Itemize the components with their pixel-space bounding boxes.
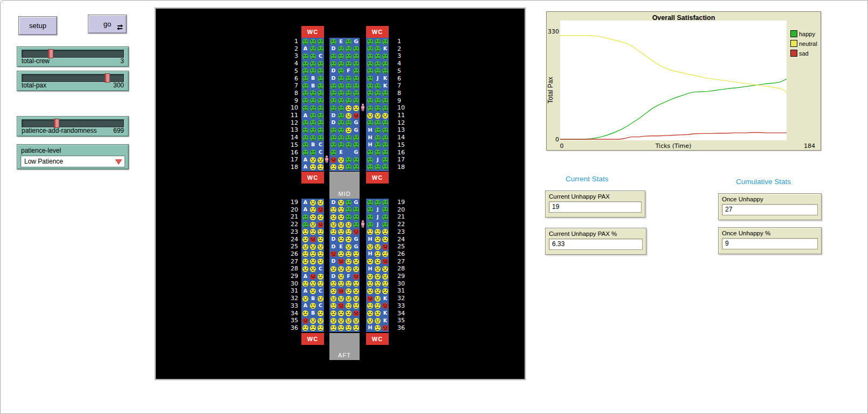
- slider-track[interactable]: [22, 50, 124, 58]
- empty-seat: H: [367, 134, 374, 141]
- empty-seat: B: [309, 310, 316, 317]
- slider-patience-add-randomness[interactable]: patience-add-randomness 699: [17, 116, 129, 137]
- empty-seat: A: [302, 157, 309, 164]
- row-number: 35: [287, 317, 298, 324]
- passenger-happy: [367, 200, 373, 206]
- passenger-happy: [310, 113, 316, 119]
- passenger-happy: [302, 135, 308, 141]
- legend-label: sad: [799, 50, 809, 57]
- passenger-happy: [310, 39, 316, 45]
- passenger-neutral: [382, 113, 388, 119]
- row-number: 28: [287, 265, 298, 272]
- row-number: 13: [287, 126, 298, 133]
- row-number: 22: [397, 221, 408, 228]
- passenger-happy: [382, 39, 388, 45]
- slider-label: total-crew: [22, 57, 50, 65]
- monitor-once-unhappy: Once Unhappy 27: [718, 193, 822, 220]
- empty-seat: H: [367, 266, 374, 273]
- row-number: 3: [397, 52, 408, 59]
- passenger-sad: [310, 236, 316, 242]
- passenger-sad: [353, 310, 359, 316]
- wc-lavatory: WC: [301, 333, 324, 345]
- passenger-happy: [302, 105, 308, 111]
- passenger-neutral: [346, 296, 352, 302]
- slider-total-crew[interactable]: total-crew 3: [17, 46, 129, 67]
- passenger-happy: [302, 76, 308, 82]
- row-number: 13: [397, 126, 408, 133]
- passenger-neutral: [346, 113, 352, 119]
- passenger-happy: [367, 214, 373, 220]
- empty-seat: K: [382, 83, 389, 90]
- passenger-happy: [346, 83, 352, 89]
- world-view[interactable]: WCWCWCWCWCWCMIDAFT11EG22ADK33C4455DF66BD…: [155, 8, 526, 380]
- row-number: 30: [287, 280, 298, 287]
- passenger-happy: [382, 53, 388, 59]
- passenger-happy: [353, 61, 359, 67]
- passenger-neutral: [318, 310, 323, 316]
- chooser-patience-level[interactable]: patience-level Low Patience: [17, 144, 129, 169]
- passenger-happy: [302, 39, 308, 45]
- passenger-neutral: [346, 244, 352, 250]
- slider-value: 300: [113, 82, 124, 89]
- row-number: 10: [397, 104, 408, 111]
- passenger-happy: [382, 157, 388, 163]
- empty-seat: H: [367, 127, 374, 134]
- empty-seat: D: [330, 199, 337, 206]
- empty-seat: A: [302, 112, 309, 119]
- slider-total-pax[interactable]: total-pax 300: [17, 71, 129, 91]
- passenger-sad: [382, 325, 388, 331]
- empty-seat: K: [382, 317, 389, 324]
- row-number: 9: [287, 97, 298, 104]
- monitor-label: Current Unhappy PAX: [549, 193, 642, 200]
- passenger-neutral: [382, 274, 388, 280]
- empty-seat: A: [302, 288, 309, 295]
- empty-seat: C: [317, 302, 324, 309]
- passenger-neutral: [338, 266, 344, 272]
- empty-seat: D: [330, 119, 337, 126]
- passenger-sad: [353, 113, 359, 119]
- passenger-happy: [375, 83, 381, 89]
- passenger-happy: [382, 150, 388, 155]
- chooser-label: patience-level: [21, 147, 61, 154]
- empty-seat: J: [374, 206, 381, 213]
- monitor-current-unhappy-pax: Current Unhappy PAX 19: [545, 191, 645, 218]
- passenger-sad: [338, 259, 344, 264]
- passenger-happy: [353, 76, 359, 82]
- empty-seat: D: [330, 75, 337, 82]
- monitor-label: Current Unhappy PAX %: [549, 230, 643, 237]
- setup-button[interactable]: setup: [18, 16, 57, 35]
- legend-label: neutral: [799, 40, 817, 47]
- crew-member: [361, 104, 365, 111]
- monitor-label: Once Unhappy: [722, 196, 818, 202]
- empty-seat: A: [302, 45, 309, 52]
- passenger-neutral: [302, 266, 308, 272]
- wc-lavatory: WC: [301, 172, 324, 184]
- satisfaction-plot: Overall Satisfaction Total Pax 33000Tick…: [546, 11, 821, 151]
- passenger-neutral: [382, 236, 388, 242]
- empty-seat: E: [337, 38, 345, 45]
- passenger-happy: [353, 53, 359, 59]
- passenger-happy: [382, 222, 388, 228]
- row-number: 31: [397, 287, 408, 294]
- empty-seat: K: [382, 310, 389, 317]
- passenger-neutral: [382, 288, 388, 294]
- slider-track[interactable]: [22, 74, 124, 82]
- passenger-neutral: [318, 236, 323, 242]
- passenger-happy: [318, 39, 323, 45]
- row-number: 21: [287, 213, 298, 220]
- plot-legend: happyneutralsad: [790, 30, 817, 59]
- chooser-dropdown[interactable]: Low Patience: [20, 155, 125, 167]
- passenger-happy: [302, 53, 308, 59]
- galley-mid: MID: [329, 172, 360, 199]
- slider-track[interactable]: [22, 119, 124, 127]
- passenger-sad: [318, 222, 323, 228]
- passenger-happy: [330, 83, 336, 89]
- row-number: 28: [397, 265, 408, 272]
- legend-swatch: [790, 30, 797, 37]
- passenger-happy: [310, 105, 316, 111]
- passenger-neutral: [310, 200, 316, 206]
- go-button[interactable]: go: [88, 15, 127, 33]
- passenger-happy: [367, 76, 373, 82]
- passenger-happy: [375, 200, 381, 206]
- passenger-neutral: [353, 105, 359, 111]
